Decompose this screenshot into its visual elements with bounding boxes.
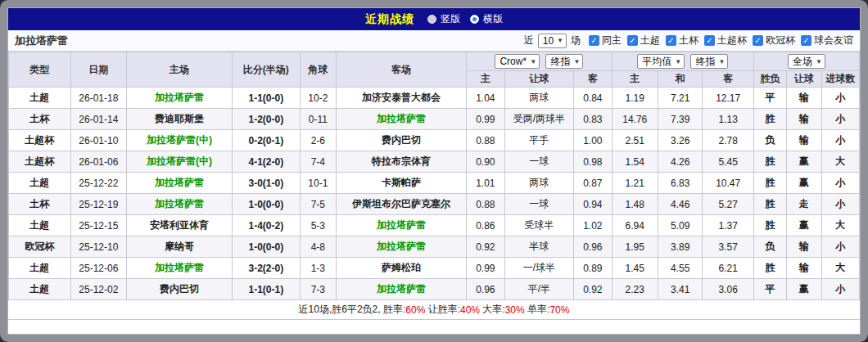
- table-row: 土超25-12-15安塔利亚体育1-4(0-2)5-3加拉塔萨雷0.86受球半1…: [9, 215, 860, 236]
- checkbox-icon[interactable]: ✓: [753, 35, 763, 46]
- col-header-avg-away: 客: [703, 71, 754, 88]
- summary-rate-value: 40%: [460, 304, 480, 316]
- avg-home-odds: 1.48: [612, 194, 658, 215]
- home-team[interactable]: 加拉塔萨雷: [127, 258, 233, 279]
- summary-text: 近10场,胜6平2负2, 胜率:: [299, 303, 406, 317]
- match-date: 26-01-14: [70, 109, 127, 130]
- layout-radio-option[interactable]: 竖版: [427, 12, 460, 26]
- odds-source-select[interactable]: Crow*▼: [495, 54, 540, 69]
- checkbox-icon[interactable]: ✓: [627, 35, 638, 46]
- home-team[interactable]: 摩纳哥: [127, 236, 233, 258]
- odds-source-value: Crow*: [500, 56, 527, 67]
- corner-score: 0-11: [300, 109, 336, 130]
- odds-time-select-1[interactable]: 终指▼: [545, 54, 583, 69]
- match-type-badge: 土杯: [9, 194, 71, 215]
- avg-home-odds: 2.51: [612, 130, 658, 151]
- away-team[interactable]: 卡斯帕萨: [337, 173, 467, 194]
- match-score: 4-1(2-0): [233, 151, 301, 173]
- radio-icon[interactable]: [427, 15, 436, 24]
- match-date: 26-01-18: [70, 88, 127, 109]
- odds-home: 1.01: [467, 173, 504, 194]
- away-team[interactable]: 加拉塔萨雷: [337, 236, 467, 258]
- away-team[interactable]: 加济安泰普大都会: [337, 88, 467, 109]
- odds-handicap: 两球: [504, 88, 574, 109]
- filter-checkbox[interactable]: ✓同主: [589, 34, 622, 47]
- filter-checkbox-label: 土杯: [679, 34, 698, 47]
- col-header-odds-away: 客: [574, 71, 612, 88]
- topbar: 近期战绩 竖版横版: [8, 8, 860, 30]
- filter-checkbox[interactable]: ✓土超: [627, 34, 660, 47]
- home-team[interactable]: 加拉塔萨雷(中): [127, 151, 233, 173]
- odds-time-value-2: 终指: [695, 55, 715, 69]
- recent-label: 近: [524, 34, 534, 47]
- col-header-score: 比分(半场): [233, 52, 301, 88]
- checkbox-icon[interactable]: ✓: [801, 35, 811, 46]
- away-team[interactable]: 费内巴切: [337, 130, 467, 151]
- filter-checkbox[interactable]: ✓球会友谊: [801, 34, 853, 47]
- match-date: 26-01-10: [70, 130, 127, 151]
- filter-checkbox-label: 土超杯: [717, 34, 747, 47]
- col-header-home: 主场: [127, 52, 233, 88]
- checkbox-icon[interactable]: ✓: [666, 35, 676, 46]
- col-header-date: 日期: [70, 52, 127, 88]
- odds-handicap: 受两/两球半: [504, 109, 574, 130]
- summary-rate-value: 60%: [405, 304, 425, 316]
- col-header-handicap-result: 让球: [787, 71, 821, 88]
- table-row: 土超杯26-01-10加拉塔萨雷(中)0-2(0-1)2-6费内巴切0.88平手…: [9, 130, 860, 151]
- odds-time-select-2[interactable]: 终指▼: [690, 54, 728, 69]
- odds-away: 0.84: [574, 88, 612, 109]
- away-team[interactable]: 加拉塔萨雷: [337, 109, 467, 130]
- radio-icon[interactable]: [470, 15, 479, 24]
- summary-text: 大率:: [480, 303, 505, 317]
- odds-away: 0.87: [574, 173, 612, 194]
- home-team[interactable]: 加拉塔萨雷: [127, 173, 233, 194]
- col-header-type: 类型: [9, 52, 71, 88]
- avg-draw-odds: 6.83: [658, 173, 702, 194]
- odds-away: 0.98: [574, 151, 612, 173]
- corner-score: 10-1: [300, 173, 336, 194]
- avg-draw-odds: 3.26: [658, 130, 702, 151]
- result-outcome: 胜: [753, 215, 786, 236]
- handicap-outcome: 输: [787, 236, 821, 258]
- avg-away-odds: 3.57: [703, 236, 754, 258]
- avg-away-odds: 5.45: [703, 151, 754, 173]
- content-panel: 近期战绩 竖版横版 加拉塔萨雷 近 10▼ 场 ✓同主✓土超✓土杯✓土超杯✓欧冠…: [7, 7, 861, 335]
- avg-odds-select[interactable]: 平均值▼: [637, 54, 685, 69]
- avg-draw-odds: 4.46: [658, 194, 702, 215]
- filter-checkbox[interactable]: ✓土超杯: [704, 34, 747, 47]
- corner-score: 7-3: [300, 279, 336, 300]
- away-team[interactable]: 伊斯坦布尔巴萨克塞尔: [337, 194, 467, 215]
- period-select[interactable]: 全场▼: [788, 54, 825, 69]
- handicap-outcome: 走: [787, 194, 821, 215]
- layout-radio-option[interactable]: 横版: [470, 12, 503, 26]
- away-team[interactable]: 特拉布宗体育: [337, 151, 467, 173]
- home-team[interactable]: 加拉塔萨雷(中): [127, 130, 233, 151]
- odds-away: 1.00: [574, 130, 612, 151]
- goals-outcome: 小: [821, 194, 860, 215]
- home-team[interactable]: 安塔利亚体育: [127, 215, 233, 236]
- result-group-header: 全场▼: [753, 52, 859, 71]
- checkbox-icon[interactable]: ✓: [704, 35, 715, 46]
- handicap-outcome: 赢: [787, 151, 821, 173]
- home-team[interactable]: 费迪耶斯堡: [127, 109, 233, 130]
- odds-away: 0.96: [574, 236, 612, 258]
- checkbox-icon[interactable]: ✓: [589, 35, 599, 46]
- match-count-select[interactable]: 10▼: [538, 34, 567, 48]
- odds-time-value-1: 终指: [550, 55, 570, 69]
- away-team[interactable]: 加拉塔萨雷: [337, 279, 467, 300]
- home-team[interactable]: 加拉塔萨雷: [127, 88, 233, 109]
- corner-score: 5-3: [300, 215, 336, 236]
- result-outcome: 胜: [753, 151, 786, 173]
- team-name: 加拉塔萨雷: [15, 34, 68, 48]
- avg-home-odds: 2.23: [612, 279, 658, 300]
- home-team[interactable]: 加拉塔萨雷: [127, 194, 233, 215]
- avg-draw-odds: 4.26: [658, 151, 702, 173]
- odds-home: 0.96: [467, 279, 504, 300]
- filter-checkbox[interactable]: ✓欧冠杯: [753, 34, 795, 47]
- away-team[interactable]: 加拉塔萨雷: [337, 215, 467, 236]
- home-team[interactable]: 费内巴切: [127, 279, 233, 300]
- filter-checkbox[interactable]: ✓土杯: [666, 34, 698, 47]
- away-team[interactable]: 萨姆松珀: [337, 258, 467, 279]
- col-header-odds-home: 主: [467, 71, 504, 88]
- chevron-down-icon: ▼: [816, 58, 822, 65]
